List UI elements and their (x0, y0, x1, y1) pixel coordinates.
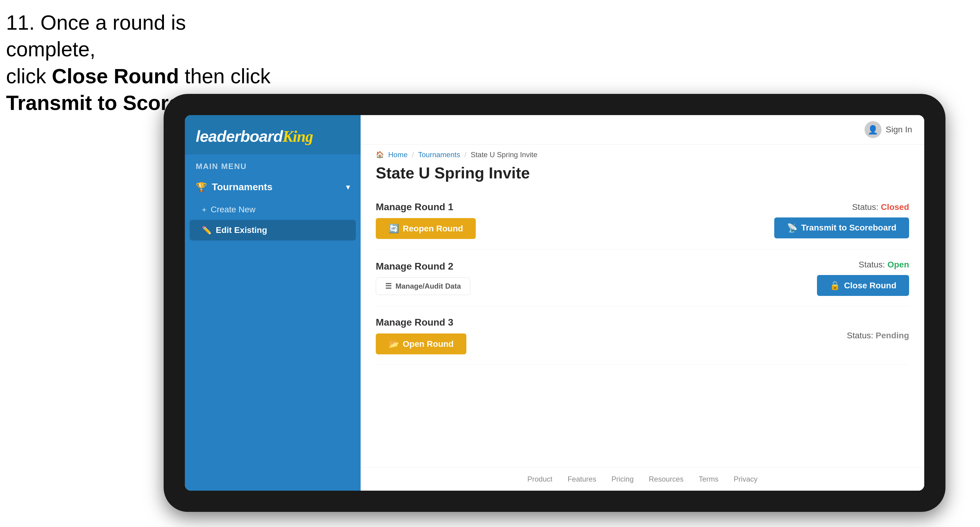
breadcrumb-home[interactable]: Home (388, 151, 407, 159)
tablet-frame: leaderboardKing MAIN MENU 🏆 Tournaments … (164, 94, 945, 512)
round-3-right: Status: Pending (847, 331, 909, 340)
close-round-button[interactable]: 🔒 Close Round (817, 275, 909, 296)
logo: leaderboardKing (196, 127, 350, 145)
manage-icon: ☰ (385, 282, 392, 290)
content-area: Manage Round 1 🔄 Reopen Round Status: Cl… (361, 191, 924, 467)
edit-existing-label: Edit Existing (216, 225, 267, 235)
footer-features[interactable]: Features (568, 475, 597, 483)
instruction-line1: 11. Once a round is complete, (6, 11, 186, 60)
round-3-status: Status: Pending (847, 331, 909, 340)
lock-icon: 🔒 (830, 281, 840, 290)
sidebar-item-tournaments[interactable]: 🏆 Tournaments ▾ (185, 175, 361, 199)
footer-terms[interactable]: Terms (699, 475, 719, 483)
create-new-label: Create New (211, 205, 255, 214)
close-round-label: Close Round (844, 281, 896, 290)
reopen-icon: 🔄 (388, 224, 399, 233)
round-3-status-value: Pending (876, 331, 909, 340)
chevron-down-icon: ▾ (346, 183, 350, 191)
reopen-round-button[interactable]: 🔄 Reopen Round (376, 218, 476, 239)
transmit-scoreboard-label: Transmit to Scoreboard (801, 223, 896, 233)
breadcrumb: 🏠 Home / Tournaments / State U Spring In… (361, 144, 924, 162)
round-2-card: Manage Round 2 ☰ Manage/Audit Data Statu… (376, 249, 909, 306)
main-content: 👤 Sign In 🏠 Home / Tournaments / State U… (361, 115, 924, 490)
user-area[interactable]: 👤 Sign In (865, 121, 912, 138)
round-2-status-text: Status: (859, 260, 885, 269)
round-3-card: Manage Round 3 📂 Open Round Status: Pend… (376, 306, 909, 365)
logo-highlight: King (283, 128, 313, 145)
tablet-screen: leaderboardKing MAIN MENU 🏆 Tournaments … (185, 115, 924, 490)
menu-label: MAIN MENU (185, 154, 361, 175)
instruction-bold1: Close Round (52, 65, 179, 87)
round-1-title: Manage Round 1 (376, 202, 476, 213)
round-1-card: Manage Round 1 🔄 Reopen Round Status: Cl… (376, 191, 909, 249)
sign-in-label[interactable]: Sign In (886, 125, 912, 135)
page-title: State U Spring Invite (361, 162, 924, 191)
breadcrumb-sep2: / (464, 151, 466, 159)
footer-privacy[interactable]: Privacy (733, 475, 757, 483)
round-2-right: Status: Open 🔒 Close Round (817, 260, 909, 296)
round-3-title: Manage Round 3 (376, 317, 466, 328)
footer-product[interactable]: Product (527, 475, 552, 483)
topbar: 👤 Sign In (361, 115, 924, 144)
round-1-status: Status: Closed (852, 202, 909, 212)
sidebar: leaderboardKing MAIN MENU 🏆 Tournaments … (185, 115, 361, 490)
round-1-right: Status: Closed 📡 Transmit to Scoreboard (774, 202, 909, 238)
plus-icon: + (202, 205, 206, 214)
edit-icon: ✏️ (202, 225, 212, 235)
open-round-button[interactable]: 📂 Open Round (376, 333, 466, 354)
round-2-left: Manage Round 2 ☰ Manage/Audit Data (376, 261, 470, 295)
round-2-title: Manage Round 2 (376, 261, 470, 272)
sidebar-tournaments-label: Tournaments (212, 181, 272, 193)
app-layout: leaderboardKing MAIN MENU 🏆 Tournaments … (185, 115, 924, 490)
open-round-label: Open Round (403, 339, 453, 349)
reopen-round-label: Reopen Round (403, 224, 463, 233)
avatar: 👤 (865, 121, 881, 138)
breadcrumb-tournaments[interactable]: Tournaments (418, 151, 460, 159)
trophy-icon: 🏆 (196, 182, 207, 192)
round-1-status-value: Closed (881, 202, 909, 212)
round-1-left: Manage Round 1 🔄 Reopen Round (376, 202, 476, 239)
footer-resources[interactable]: Resources (649, 475, 684, 483)
sidebar-item-edit-existing[interactable]: ✏️ Edit Existing (190, 220, 356, 240)
logo-area: leaderboardKing (185, 115, 361, 154)
home-icon: 🏠 (376, 151, 384, 159)
instruction-line3: then click (179, 65, 270, 87)
round-1-status-text: Status: (852, 202, 878, 212)
round-3-left: Manage Round 3 📂 Open Round (376, 317, 466, 354)
footer-pricing[interactable]: Pricing (611, 475, 634, 483)
instruction-line2: click (6, 65, 52, 87)
sidebar-item-create-new[interactable]: + Create New (185, 199, 361, 220)
breadcrumb-current: State U Spring Invite (471, 151, 537, 159)
manage-audit-button[interactable]: ☰ Manage/Audit Data (376, 278, 470, 295)
round-2-status-value: Open (887, 260, 909, 269)
transmit-scoreboard-button[interactable]: 📡 Transmit to Scoreboard (774, 217, 909, 238)
manage-audit-label: Manage/Audit Data (395, 282, 461, 290)
round-2-status: Status: Open (859, 260, 909, 270)
round-3-status-text: Status: (847, 331, 873, 340)
folder-open-icon: 📂 (388, 339, 399, 349)
footer: Product Features Pricing Resources Terms… (361, 467, 924, 490)
transmit-icon: 📡 (787, 223, 797, 233)
breadcrumb-sep1: / (412, 151, 414, 159)
